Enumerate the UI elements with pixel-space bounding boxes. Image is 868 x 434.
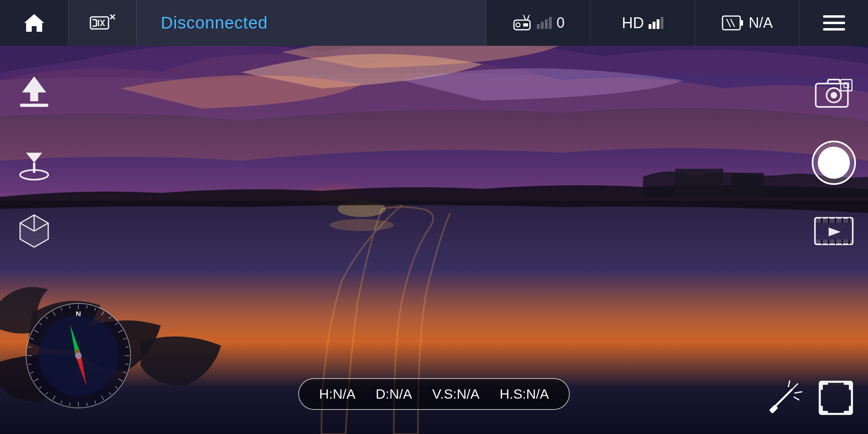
playback-icon [812, 209, 856, 253]
rc-signal-value: 0 [557, 14, 565, 31]
bottom-right-controls [764, 378, 856, 418]
compass-widget: N [24, 301, 133, 410]
svg-rect-18 [740, 20, 743, 26]
disconnected-label: Disconnected [161, 13, 268, 33]
svg-rect-21 [823, 15, 845, 18]
svg-line-16 [529, 15, 530, 16]
connect-button[interactable] [68, 0, 137, 46]
svg-rect-100 [820, 382, 852, 414]
flight-data-bar: H:N/A D:N/A V.S:N/A H.S:N/A [298, 378, 570, 410]
home-icon [22, 11, 46, 35]
svg-rect-17 [723, 16, 740, 30]
svg-line-97 [795, 392, 802, 393]
return-home-icon [12, 141, 56, 185]
record-button-inner [818, 147, 850, 179]
distance-value: D:N/A [376, 386, 412, 402]
svg-rect-25 [20, 104, 48, 107]
camera-icon [812, 72, 856, 117]
svg-point-11 [516, 23, 520, 27]
right-controls-panel [812, 72, 856, 253]
svg-point-35 [831, 92, 837, 98]
svg-rect-6 [731, 173, 764, 193]
horizontal-speed-value: H.S:N/A [500, 386, 549, 402]
menu-icon [821, 12, 847, 34]
return-home-button[interactable] [12, 141, 56, 185]
vertical-speed-value: V.S:N/A [432, 386, 479, 402]
svg-point-4 [330, 219, 394, 231]
cube-icon [12, 209, 56, 253]
camera-capture-button[interactable] [812, 72, 856, 117]
svg-line-98 [788, 381, 790, 387]
svg-rect-36 [841, 80, 852, 91]
svg-line-96 [792, 384, 798, 389]
takeoff-button[interactable] [12, 72, 56, 117]
svg-marker-24 [22, 76, 46, 101]
svg-line-15 [523, 15, 524, 16]
rc-signal-bars [537, 17, 552, 29]
battery-icon [722, 13, 744, 33]
fullscreen-button[interactable] [816, 378, 856, 418]
svg-rect-12 [523, 23, 528, 27]
svg-marker-51 [829, 227, 841, 236]
menu-button[interactable] [800, 0, 868, 46]
hd-signal-bars [649, 17, 663, 29]
svg-rect-5 [675, 169, 723, 193]
svg-rect-23 [823, 28, 845, 31]
svg-rect-39 [815, 218, 853, 223]
svg-rect-40 [815, 240, 853, 244]
connection-status: Disconnected [137, 0, 486, 46]
svg-rect-22 [823, 22, 845, 24]
spotlight-button[interactable] [764, 378, 804, 418]
left-controls-panel [12, 72, 56, 253]
heading-value: H:N/A [319, 386, 356, 402]
fullscreen-icon [816, 378, 856, 418]
svg-line-19 [727, 19, 731, 27]
svg-point-93 [75, 352, 82, 359]
hd-signal-indicator: HD [591, 0, 695, 46]
rc-icon [512, 13, 532, 33]
hd-label: HD [622, 14, 644, 32]
takeoff-icon [12, 72, 56, 117]
playback-button[interactable] [812, 209, 856, 253]
home-button[interactable] [0, 0, 68, 46]
svg-line-20 [731, 19, 735, 27]
svg-rect-7 [90, 17, 108, 29]
svg-marker-26 [26, 153, 42, 163]
cube-button[interactable] [12, 209, 56, 253]
record-button[interactable] [812, 141, 856, 185]
svg-line-14 [527, 16, 529, 20]
rc-signal-indicator: 0 [486, 0, 591, 46]
spotlight-icon [764, 378, 804, 418]
top-navigation-bar: Disconnected 0 HD [0, 0, 868, 46]
connect-icon [88, 11, 117, 35]
svg-line-99 [794, 397, 799, 400]
battery-indicator: N/A [695, 0, 800, 46]
battery-value: N/A [749, 14, 773, 31]
